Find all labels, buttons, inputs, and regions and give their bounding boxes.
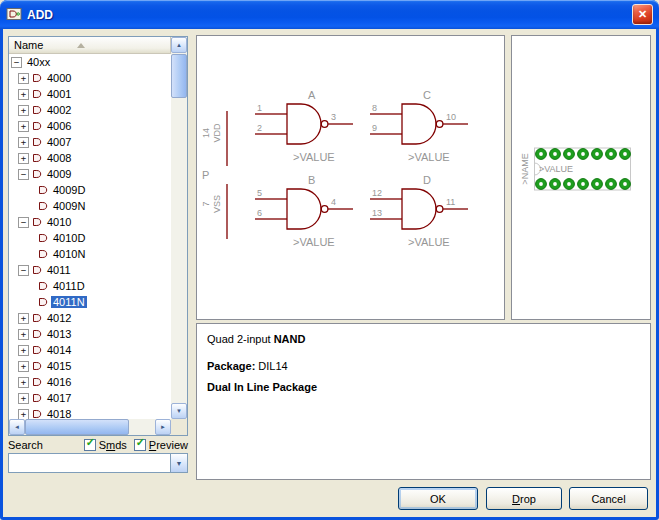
tree-item-label[interactable]: 4009 — [45, 168, 73, 180]
tree-column-header[interactable]: Name — [9, 37, 171, 54]
power-symbol: 14 VDD 7 VSS P — [201, 111, 227, 239]
expand-toggle-icon[interactable]: + — [18, 329, 29, 340]
tree-item-4011n[interactable]: 4011N — [9, 294, 171, 310]
expand-toggle-icon[interactable]: + — [18, 89, 29, 100]
expand-toggle-icon[interactable]: + — [18, 105, 29, 116]
drop-button[interactable]: Drop — [486, 487, 562, 510]
tree-item-label[interactable]: 4011 — [45, 264, 73, 276]
tree-item-4013[interactable]: +4013 — [9, 326, 171, 342]
collapse-toggle-icon[interactable]: − — [18, 217, 29, 228]
search-input[interactable] — [9, 454, 170, 472]
scroll-left-button[interactable]: ◄ — [9, 419, 25, 435]
tree-item-label[interactable]: 40xx — [25, 56, 52, 68]
tree-item-label[interactable]: 4015 — [45, 360, 73, 372]
package-svg: >NAME >VALUE — [512, 36, 650, 319]
collapse-toggle-icon[interactable]: − — [18, 169, 29, 180]
tree-item-label[interactable]: 4000 — [45, 72, 73, 84]
preview-checkbox[interactable]: ✓ Preview — [134, 439, 188, 451]
tree-item-label[interactable]: 4011D — [51, 280, 87, 292]
tree-item-label[interactable]: 4008 — [45, 152, 73, 164]
ok-button[interactable]: OK — [398, 487, 478, 510]
expand-toggle-icon[interactable]: + — [18, 137, 29, 148]
tree-item-4017[interactable]: +4017 — [9, 390, 171, 406]
expand-toggle-icon[interactable]: + — [18, 409, 29, 420]
tree-item-label[interactable]: 4006 — [45, 120, 73, 132]
device-icon — [32, 409, 42, 419]
collapse-toggle-icon[interactable]: − — [11, 57, 22, 68]
tree-item-4010d[interactable]: 4010D — [9, 230, 171, 246]
scroll-down-button[interactable]: ▼ — [171, 403, 187, 419]
tree-item-label[interactable]: 4009N — [51, 200, 87, 212]
tree-vertical-scrollbar[interactable]: ▲ ▼ — [171, 37, 187, 419]
vertical-scroll-thumb[interactable] — [171, 54, 187, 98]
combo-dropdown-button[interactable]: ▼ — [170, 454, 187, 472]
tree-item-4010n[interactable]: 4010N — [9, 246, 171, 262]
tree-item-4009n[interactable]: 4009N — [9, 198, 171, 214]
expand-toggle-icon[interactable]: + — [18, 345, 29, 356]
tree-item-4007[interactable]: +4007 — [9, 134, 171, 150]
tree-item-label[interactable]: 4014 — [45, 344, 73, 356]
close-button[interactable]: ✕ — [632, 4, 653, 25]
expand-toggle-icon[interactable]: + — [18, 393, 29, 404]
expand-toggle-icon[interactable]: + — [18, 313, 29, 324]
scroll-right-button[interactable]: ► — [155, 419, 171, 435]
tree-item-label[interactable]: 4011N — [51, 296, 87, 308]
tree-item-4009d[interactable]: 4009D — [9, 182, 171, 198]
tree-item-label[interactable]: 4018 — [45, 408, 73, 419]
tree-item-4011[interactable]: −4011 — [9, 262, 171, 278]
device-icon — [32, 137, 42, 147]
expand-toggle-icon[interactable]: + — [18, 361, 29, 372]
description-title: Quad 2-input NAND — [207, 333, 640, 345]
tree-item-4006[interactable]: +4006 — [9, 118, 171, 134]
description-package: Package: DIL14 — [207, 360, 640, 372]
tree-item-4012[interactable]: +4012 — [9, 310, 171, 326]
tree-item-4016[interactable]: +4016 — [9, 374, 171, 390]
device-icon — [32, 345, 42, 355]
tree-item-label[interactable]: 4012 — [45, 312, 73, 324]
search-combobox[interactable]: ▼ — [8, 453, 188, 473]
tree-item-label[interactable]: 4001 — [45, 88, 73, 100]
expand-toggle-icon[interactable]: + — [18, 153, 29, 164]
tree-item-label[interactable]: 4016 — [45, 376, 73, 388]
pad — [592, 179, 603, 190]
tree-item-4009[interactable]: −4009 — [9, 166, 171, 182]
tree-item-label[interactable]: 4007 — [45, 136, 73, 148]
tree-item-4014[interactable]: +4014 — [9, 342, 171, 358]
expand-toggle-icon[interactable]: + — [18, 377, 29, 388]
tree-item-40xx[interactable]: −40xx — [9, 54, 171, 70]
cancel-button[interactable]: Cancel — [569, 487, 648, 510]
tree-item-4010[interactable]: −4010 — [9, 214, 171, 230]
collapse-toggle-icon[interactable]: − — [18, 265, 29, 276]
tree-item-label[interactable]: 4010N — [51, 248, 87, 260]
smds-checkbox[interactable]: ✓ Smds — [84, 439, 127, 451]
vss-pin-number: 7 — [201, 201, 211, 206]
inversion-bubble — [436, 121, 443, 128]
tree-item-label[interactable]: 4013 — [45, 328, 73, 340]
component-tree-panel: Name −40xx+4000+4001+4002+4006+4007+4008… — [8, 36, 188, 436]
expand-toggle-icon[interactable]: + — [18, 73, 29, 84]
pin-number: 10 — [446, 112, 456, 122]
tree-horizontal-scrollbar[interactable]: ◄ ► — [9, 419, 171, 435]
tree-item-label[interactable]: 4002 — [45, 104, 73, 116]
tree-item-4002[interactable]: +4002 — [9, 102, 171, 118]
tree-item-4018[interactable]: +4018 — [9, 406, 171, 419]
titlebar[interactable]: ADD ✕ — [0, 0, 659, 29]
tree-item-4008[interactable]: +4008 — [9, 150, 171, 166]
scroll-up-button[interactable]: ▲ — [171, 37, 187, 53]
pin-number: 2 — [257, 123, 262, 133]
tree-item-4001[interactable]: +4001 — [9, 86, 171, 102]
tree-item-4015[interactable]: +4015 — [9, 358, 171, 374]
tree-item-label[interactable]: 4010D — [51, 232, 87, 244]
horizontal-scroll-thumb[interactable] — [25, 419, 129, 435]
tree-item-label[interactable]: 4009D — [51, 184, 87, 196]
tree-item-4000[interactable]: +4000 — [9, 70, 171, 86]
tree-item-label[interactable]: 4010 — [45, 216, 73, 228]
vdd-pin-number: 14 — [201, 128, 211, 138]
preview-checkbox-box[interactable]: ✓ — [134, 439, 146, 451]
tree-item-label[interactable]: 4017 — [45, 392, 73, 404]
expand-toggle-icon[interactable]: + — [18, 121, 29, 132]
tree-item-4011d[interactable]: 4011D — [9, 278, 171, 294]
device-icon — [32, 153, 42, 163]
smds-checkbox-box[interactable]: ✓ — [84, 439, 96, 451]
nand-gate-c: 8910C>VALUE — [370, 89, 468, 163]
